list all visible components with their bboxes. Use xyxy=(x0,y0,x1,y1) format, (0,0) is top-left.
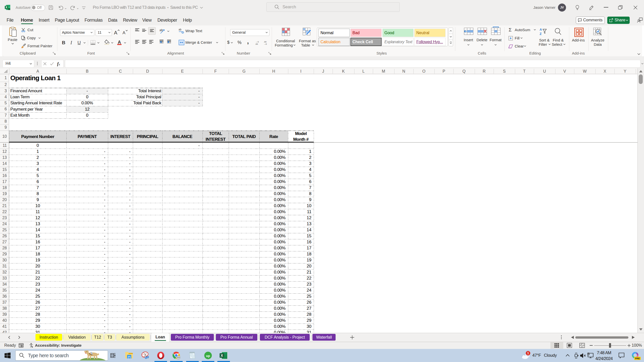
svg-text:up: up xyxy=(206,354,210,358)
svg-text:X: X xyxy=(6,6,7,9)
svg-text:ab: ab xyxy=(179,28,182,31)
svg-text:Z: Z xyxy=(540,32,542,36)
svg-text:X: X xyxy=(221,353,223,357)
svg-text:A: A xyxy=(540,28,542,31)
